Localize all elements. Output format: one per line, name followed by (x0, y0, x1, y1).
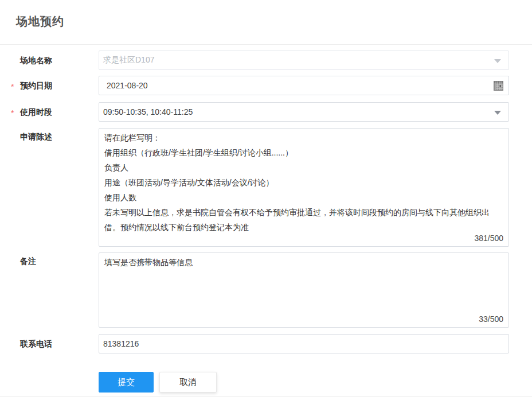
date-value: 2021-08-20 (99, 81, 148, 90)
phone-value: 81381216 (99, 339, 139, 348)
period-value: 09:50-10:35, 10:40-11:25 (99, 107, 193, 116)
date-label-cell: *预约日期 (0, 76, 99, 95)
form-row-period: *使用时段 09:50-10:35, 10:40-11:25 (0, 102, 532, 122)
period-control: 09:50-10:35, 10:40-11:25 (99, 102, 509, 122)
footer-divider (0, 396, 532, 397)
statement-label-cell: *申请陈述 (0, 128, 99, 247)
period-select[interactable]: 09:50-10:35, 10:40-11:25 (99, 102, 509, 122)
venue-label-cell: *场地名称 (0, 50, 99, 70)
required-asterisk: * (11, 108, 20, 118)
date-input[interactable]: 2021-08-20 (99, 76, 509, 95)
venue-control: 求是社区D107 (99, 50, 509, 70)
chevron-down-icon (494, 59, 501, 63)
form-row-statement: *申请陈述 请在此栏写明： 借用组织（行政班/学生社团/学生组织/讨论小组...… (0, 128, 532, 247)
header-divider (0, 44, 532, 45)
form-actions: 提交 取消 (99, 372, 532, 393)
phone-label-cell: *联系电话 (0, 334, 99, 353)
form-row-venue: *场地名称 求是社区D107 (0, 50, 532, 70)
page-title: 场地预约 (0, 0, 532, 31)
venue-select: 求是社区D107 (99, 50, 509, 70)
phone-control: 81381216 (99, 334, 509, 353)
phone-input[interactable]: 81381216 (99, 334, 509, 353)
venue-reservation-page: 场地预约 *场地名称 求是社区D107 *预约日期 2021-08-20 (0, 0, 532, 408)
form-row-remarks: *备注 填写是否携带物品等信息 33/500 (0, 252, 532, 328)
statement-label: 申请陈述 (20, 132, 52, 141)
date-control: 2021-08-20 (99, 76, 509, 95)
submit-button[interactable]: 提交 (99, 372, 154, 393)
char-counter: 33/500 (479, 313, 503, 325)
form-row-phone: *联系电话 81381216 (0, 334, 532, 353)
remarks-label-cell: *备注 (0, 252, 99, 328)
date-label: 预约日期 (20, 81, 52, 90)
form-row-date: *预约日期 2021-08-20 (0, 76, 532, 95)
required-asterisk: * (11, 82, 20, 91)
chevron-down-icon[interactable] (494, 111, 501, 115)
statement-control: 请在此栏写明： 借用组织（行政班/学生社团/学生组织/讨论小组......） 负… (99, 128, 509, 247)
statement-textarea[interactable]: 请在此栏写明： 借用组织（行政班/学生社团/学生组织/讨论小组......） 负… (99, 128, 509, 247)
venue-value: 求是社区D107 (99, 55, 154, 65)
statement-value: 请在此栏写明： 借用组织（行政班/学生社团/学生组织/讨论小组......） 负… (104, 130, 503, 235)
venue-label: 场地名称 (20, 56, 52, 65)
cancel-button[interactable]: 取消 (159, 372, 217, 393)
remarks-value: 填写是否携带物品等信息 (104, 255, 503, 270)
calendar-icon[interactable] (494, 81, 503, 91)
remarks-label: 备注 (20, 257, 36, 266)
remarks-control: 填写是否携带物品等信息 33/500 (99, 252, 509, 328)
remarks-textarea[interactable]: 填写是否携带物品等信息 33/500 (99, 252, 509, 328)
period-label: 使用时段 (20, 107, 52, 116)
char-counter: 381/500 (474, 232, 503, 244)
period-label-cell: *使用时段 (0, 102, 99, 122)
phone-label: 联系电话 (20, 339, 52, 348)
